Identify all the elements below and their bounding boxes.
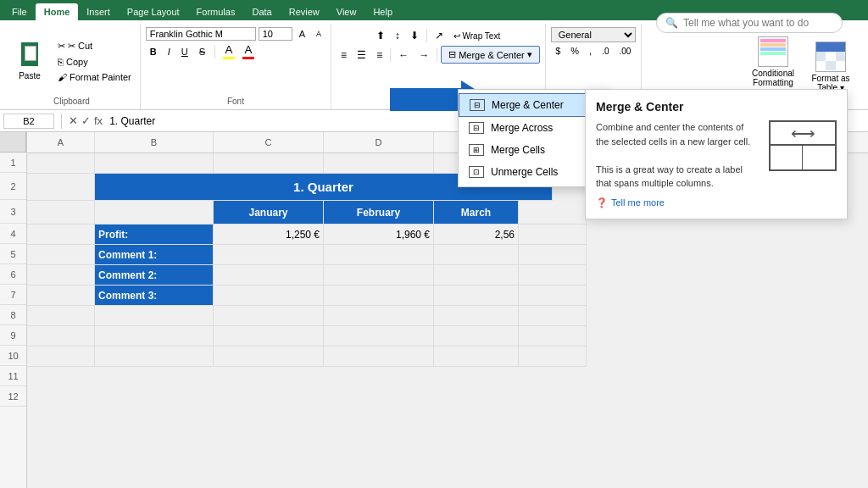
cell-a1[interactable] [27, 153, 95, 174]
italic-button[interactable]: I [164, 45, 175, 58]
cell-e4[interactable]: 2,56 [434, 225, 519, 245]
rotate-text-button[interactable]: ↗ [431, 27, 448, 44]
strikethrough-button[interactable]: S [195, 45, 209, 58]
font-grow-button[interactable]: A [295, 27, 309, 41]
cell-b4[interactable]: Profit: [95, 225, 214, 245]
cut-button[interactable]: ✂ ✂ Cut [54, 39, 135, 53]
tab-insert[interactable]: Insert [78, 3, 119, 20]
merge-center-button[interactable]: ⊟ Merge & Center ▾ [441, 46, 540, 64]
underline-button[interactable]: U [177, 45, 192, 58]
cell-c3[interactable]: January [214, 201, 324, 225]
align-top-button[interactable]: ⬆ [372, 27, 389, 44]
cell-b5[interactable]: Comment 1: [95, 245, 214, 265]
cell-c9[interactable] [214, 326, 324, 347]
cell-a7[interactable] [27, 286, 95, 306]
cell-f4[interactable] [519, 225, 587, 245]
percent-button[interactable]: % [566, 44, 583, 58]
cell-f3[interactable] [519, 201, 587, 225]
cell-e3[interactable]: March [434, 201, 519, 225]
tab-data[interactable]: Data [243, 3, 280, 20]
align-right-button[interactable]: ≡ [372, 47, 387, 64]
cell-e6[interactable] [434, 265, 519, 286]
tab-home[interactable]: Home [36, 3, 79, 20]
cell-f8[interactable] [519, 306, 587, 326]
cell-f5[interactable] [519, 245, 587, 265]
font-name-input[interactable] [146, 27, 256, 41]
cell-d7[interactable] [324, 286, 434, 306]
cell-f6[interactable] [519, 265, 587, 286]
cell-f7[interactable] [519, 286, 587, 306]
tab-help[interactable]: Help [364, 3, 401, 20]
cell-a10[interactable] [27, 347, 95, 367]
cell-d4[interactable]: 1,960 € [324, 225, 434, 245]
cell-b1[interactable] [95, 153, 214, 174]
cell-c10[interactable] [214, 347, 324, 367]
cell-a8[interactable] [27, 306, 95, 326]
tab-view[interactable]: View [328, 3, 365, 20]
cell-e10[interactable] [434, 347, 519, 367]
cell-c1[interactable] [214, 153, 324, 174]
paste-button[interactable]: Paste [8, 37, 51, 85]
formula-confirm-icon[interactable]: ✓ [81, 114, 91, 127]
cell-e8[interactable] [434, 306, 519, 326]
cell-reference-input[interactable] [3, 114, 54, 129]
number-format-select[interactable]: General [551, 27, 636, 42]
format-painter-button[interactable]: 🖌 Format Painter [54, 70, 135, 84]
cell-d8[interactable] [324, 306, 434, 326]
cell-e7[interactable] [434, 286, 519, 306]
cell-e5[interactable] [434, 245, 519, 265]
decrease-indent-button[interactable]: ← [394, 47, 413, 64]
font-size-input[interactable] [259, 27, 292, 41]
cell-b7[interactable]: Comment 3: [95, 286, 214, 306]
cell-a3[interactable] [27, 201, 95, 225]
font-shrink-button[interactable]: A [312, 28, 326, 40]
cell-f10[interactable] [519, 347, 587, 367]
cell-d6[interactable] [324, 265, 434, 286]
cell-a6[interactable] [27, 265, 95, 286]
highlight-color-button[interactable]: A [220, 42, 237, 60]
cell-a9[interactable] [27, 326, 95, 347]
align-bottom-button[interactable]: ⬇ [406, 27, 423, 44]
cell-d5[interactable] [324, 245, 434, 265]
cell-a2[interactable] [27, 174, 95, 201]
cell-d1[interactable] [324, 153, 434, 174]
increase-indent-button[interactable]: → [415, 47, 433, 64]
copy-button[interactable]: ⎘ Copy [54, 55, 135, 69]
formula-cancel-icon[interactable]: ✕ [69, 114, 78, 127]
cell-b8[interactable] [95, 306, 214, 326]
cell-b6[interactable]: Comment 2: [95, 265, 214, 286]
cell-f9[interactable] [519, 326, 587, 347]
cell-c7[interactable] [214, 286, 324, 306]
font-color-button[interactable]: A [240, 42, 257, 60]
cell-c6[interactable] [214, 265, 324, 286]
align-left-button[interactable]: ≡ [337, 47, 351, 64]
comma-button[interactable]: , [585, 44, 596, 58]
cell-d10[interactable] [324, 347, 434, 367]
wrap-text-button[interactable]: ↩ Wrap Text [449, 29, 504, 43]
decimal-up-button[interactable]: .0 [598, 45, 613, 58]
cell-d9[interactable] [324, 326, 434, 347]
cell-d3[interactable]: February [324, 201, 434, 225]
tab-file[interactable]: File [3, 3, 36, 20]
cell-b3[interactable] [95, 201, 214, 225]
align-center-button[interactable]: ☰ [353, 47, 370, 64]
tell-more-link[interactable]: ❓ Tell me more [596, 197, 837, 208]
bold-button[interactable]: B [146, 45, 161, 58]
cell-c5[interactable] [214, 245, 324, 265]
formula-fx-icon[interactable]: fx [94, 114, 103, 127]
decimal-down-button[interactable]: .00 [615, 45, 636, 58]
tab-review[interactable]: Review [281, 3, 328, 20]
cell-a5[interactable] [27, 245, 95, 265]
tab-page-layout[interactable]: Page Layout [119, 3, 188, 20]
cell-a4[interactable] [27, 225, 95, 245]
align-middle-button[interactable]: ↕ [391, 27, 404, 44]
cell-c4[interactable]: 1,250 € [214, 225, 324, 245]
format-as-table-button[interactable]: Format as Table ▾ [804, 38, 858, 96]
cell-b9[interactable] [95, 326, 214, 347]
cell-b10[interactable] [95, 347, 214, 367]
cell-e9[interactable] [434, 326, 519, 347]
tab-formulas[interactable]: Formulas [188, 3, 244, 20]
tell-me-input[interactable] [683, 17, 833, 29]
cell-c8[interactable] [214, 306, 324, 326]
currency-button[interactable]: $ [551, 44, 565, 58]
